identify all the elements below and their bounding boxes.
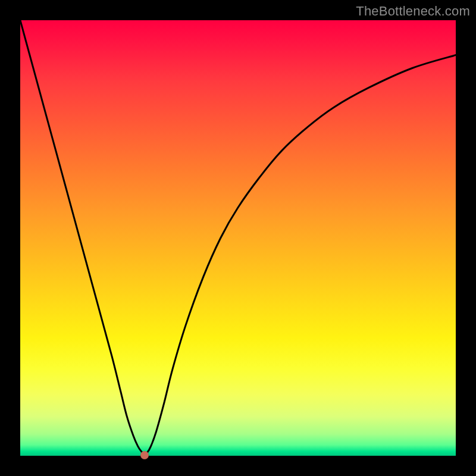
chart-container: { "watermark": "TheBottleneck.com", "cha… xyxy=(0,0,476,476)
plot-area xyxy=(20,20,456,456)
watermark-text: TheBottleneck.com xyxy=(356,4,470,19)
minimum-marker xyxy=(140,451,149,459)
bottleneck-curve xyxy=(20,20,456,456)
